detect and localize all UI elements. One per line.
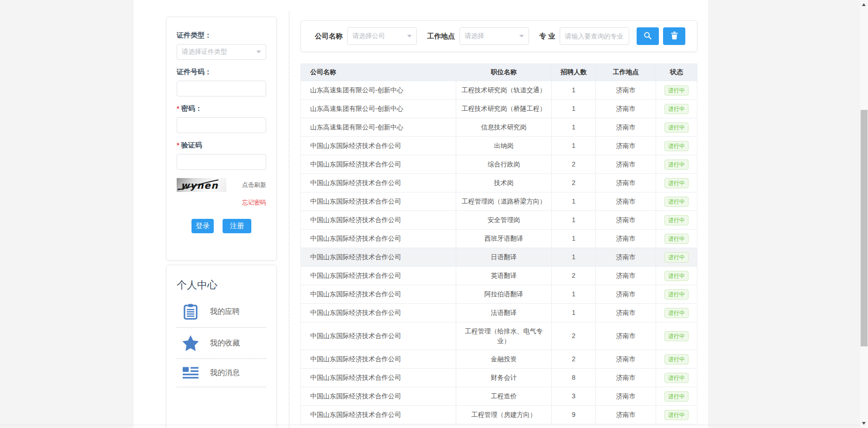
table-row[interactable]: 中国山东国际经济技术合作公司 工程造价 3 济南市 进行中 [301,387,697,406]
count-cell: 2 [552,174,596,192]
star-icon [181,335,200,351]
company-cell: 中国山东国际经济技术合作公司 [301,155,456,174]
column-header-location: 工作地点 [596,64,656,81]
vertical-scrollbar[interactable] [860,0,868,428]
table-header-row: 公司名称 职位名称 招聘人数 工作地点 状态 [301,64,697,81]
position-cell: 信息技术研究岗 [456,118,552,137]
table-row[interactable]: 中国山东国际经济技术合作公司 综合行政岗 2 济南市 进行中 [301,155,697,174]
status-badge: 进行中 [664,85,689,96]
table-row[interactable]: 中国山东国际经济技术合作公司 工程管理岗（道路桥梁方向） 1 济南市 进行中 [301,192,697,211]
login-button[interactable]: 登录 [191,219,214,233]
status-cell: 进行中 [656,211,697,230]
table-row[interactable]: 中国山东国际经济技术合作公司 技术岗 2 济南市 进行中 [301,174,697,192]
search-button[interactable] [637,27,659,45]
scroll-down-arrow-icon[interactable] [862,422,866,425]
position-cell: 财务会计 [456,369,552,387]
position-cell: 工程技术研究岗（桥隧工程） [456,100,552,118]
table-row[interactable]: 中国山东国际经济技术合作公司 阿拉伯语翻译 1 济南市 进行中 [301,285,697,304]
company-cell: 中国山东国际经济技术合作公司 [301,192,456,211]
register-button[interactable]: 注册 [223,219,251,233]
table-row[interactable]: 山东高速集团有限公司-创新中心 工程技术研究岗（桥隧工程） 1 济南市 进行中 [301,100,697,118]
svg-text:wynen: wynen [181,180,218,191]
company-cell: 中国山东国际经济技术合作公司 [301,137,456,155]
location-cell: 济南市 [596,406,656,424]
status-cell: 进行中 [656,350,697,369]
table-row[interactable]: 山东高速集团有限公司-创新中心 工程技术研究岗（轨道交通） 1 济南市 进行中 [301,81,697,100]
count-cell: 1 [552,137,596,155]
column-header-company: 公司名称 [301,64,456,81]
location-cell: 济南市 [596,248,656,267]
captcha-refresh-link[interactable]: 点击刷新 [242,181,266,189]
location-cell: 济南市 [596,369,656,387]
table-row[interactable]: 中国山东国际经济技术合作公司 英语翻译 2 济南市 进行中 [301,267,697,285]
table-row[interactable]: 中国山东国际经济技术合作公司 法语翻译 1 济南市 进行中 [301,304,697,322]
company-cell: 中国山东国际经济技术合作公司 [301,174,456,192]
position-cell: 英语翻译 [456,267,552,285]
status-badge: 进行中 [664,234,689,244]
major-search-input[interactable] [560,27,629,45]
status-badge: 进行中 [664,104,689,114]
count-cell: 1 [552,100,596,118]
position-cell: 综合行政岗 [456,155,552,174]
table-row[interactable]: 中国山东国际经济技术合作公司 日语翻译 1 济南市 进行中 [301,248,697,267]
required-mark: * [177,141,179,149]
count-cell: 2 [552,350,596,369]
company-select[interactable]: 请选择公司 [347,27,417,45]
table-row[interactable]: 中国山东国际经济技术合作公司 西班牙语翻译 1 济南市 进行中 [301,230,697,248]
cert-type-select[interactable]: 请选择证件类型 [177,44,266,60]
location-cell: 济南市 [596,118,656,137]
location-filter-label: 工作地点 [427,32,455,41]
scroll-up-arrow-icon[interactable] [862,3,866,6]
menu-item-label: 我的应聘 [210,307,240,317]
clear-button[interactable] [663,27,685,45]
status-cell: 进行中 [656,267,697,285]
table-row[interactable]: 中国山东国际经济技术合作公司 安全管理岗 1 济南市 进行中 [301,211,697,230]
location-cell: 济南市 [596,192,656,211]
status-badge: 进行中 [664,391,689,402]
status-cell: 进行中 [656,100,697,118]
company-cell: 中国山东国际经济技术合作公司 [301,285,456,304]
table-row[interactable]: 山东高速集团有限公司-创新中心 信息技术研究岗 1 济南市 进行中 [301,118,697,137]
status-badge: 进行中 [664,373,689,383]
status-cell: 进行中 [656,192,697,211]
menu-item-my-favorites[interactable]: 我的收藏 [177,328,266,359]
password-input[interactable] [177,117,266,133]
menu-item-my-messages[interactable]: 我的消息 [177,359,266,387]
status-cell: 进行中 [656,387,697,406]
status-cell: 进行中 [656,174,697,192]
location-cell: 济南市 [596,230,656,248]
cert-no-input[interactable] [177,81,266,96]
menu-item-my-applications[interactable]: 我的应聘 [177,296,266,328]
status-cell: 进行中 [656,304,697,322]
table-row[interactable]: 中国山东国际经济技术合作公司 工程管理（房建方向） 9 济南市 进行中 [301,406,697,424]
cert-type-label: 证件类型： [177,31,266,40]
job-table-body: 山东高速集团有限公司-创新中心 工程技术研究岗（轨道交通） 1 济南市 进行中 … [301,81,697,424]
status-badge: 进行中 [664,122,689,133]
table-row[interactable]: 中国山东国际经济技术合作公司 出纳岗 1 济南市 进行中 [301,137,697,155]
personal-center-panel: 个人中心 我的应聘 我的收藏 [166,265,277,428]
position-cell: 工程管理（给排水、电气专业） [456,322,552,350]
table-row[interactable]: 中国山东国际经济技术合作公司 工程管理（给排水、电气专业） 2 济南市 进行中 [301,322,697,350]
column-header-status: 状态 [656,64,697,81]
status-cell: 进行中 [656,81,697,100]
company-cell: 中国山东国际经济技术合作公司 [301,406,456,424]
main-content: 证件类型： 请选择证件类型 证件号码： *密码： *验证码 wynen 点击刷新… [134,0,708,428]
company-cell: 中国山东国际经济技术合作公司 [301,248,456,267]
search-filter-bar: 公司名称 请选择公司 工作地点 请选择 专 业 [300,20,697,52]
table-row[interactable]: 中国山东国际经济技术合作公司 金融投资 2 济南市 进行中 [301,350,697,369]
personal-center-title: 个人中心 [177,278,266,292]
status-badge: 进行中 [664,289,689,300]
forgot-password-link[interactable]: 忘记密码 [242,199,266,206]
captcha-input[interactable] [177,154,266,170]
table-row[interactable]: 中国山东国际经济技术合作公司 财务会计 8 济南市 进行中 [301,369,697,387]
scrollbar-thumb[interactable] [861,110,868,346]
position-cell: 日语翻译 [456,248,552,267]
position-cell: 金融投资 [456,350,552,369]
vertical-divider [289,12,289,428]
status-cell: 进行中 [656,155,697,174]
company-cell: 中国山东国际经济技术合作公司 [301,387,456,406]
status-cell: 进行中 [656,285,697,304]
location-select[interactable]: 请选择 [460,27,529,45]
captcha-image[interactable]: wynen [177,178,226,192]
location-cell: 济南市 [596,137,656,155]
